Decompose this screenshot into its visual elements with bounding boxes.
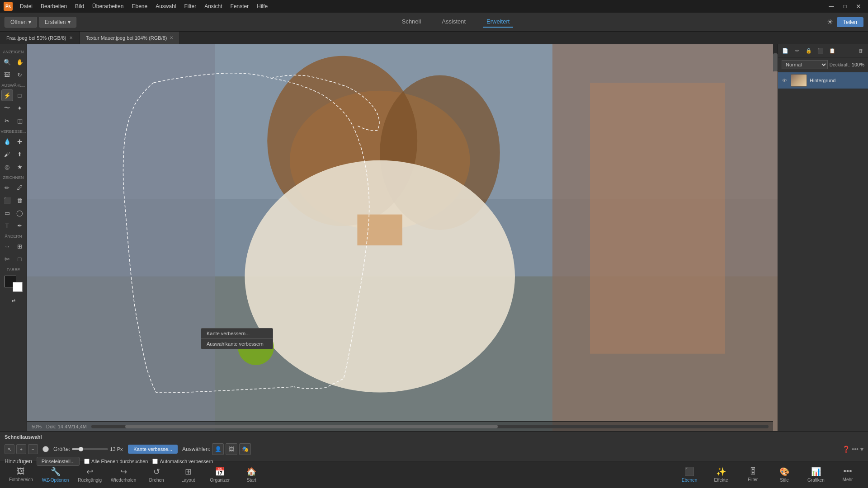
panel-icon4[interactable]: ⬛: [816, 46, 825, 55]
menu-filter[interactable]: Filter: [181, 2, 200, 10]
tool-healing[interactable]: ✚: [14, 136, 26, 147]
tool-blur[interactable]: ◎: [1, 161, 13, 173]
tool-stamp[interactable]: ⬆: [14, 148, 26, 160]
layer-item-hintergrund[interactable]: 👁 Hintergrund: [778, 72, 868, 89]
menu-bearbeiten[interactable]: Bearbeiten: [37, 2, 71, 10]
tab-frau-close-icon[interactable]: ✕: [69, 35, 73, 40]
nav-drehen[interactable]: ↺ Drehen: [145, 467, 168, 483]
tool-gradient[interactable]: ▭: [1, 207, 13, 219]
tool-path[interactable]: ✒: [14, 220, 26, 231]
tool-text[interactable]: T: [1, 220, 13, 231]
nav-ebenen[interactable]: ⬛ Ebenen: [678, 467, 701, 483]
automatisch-checkbox[interactable]: [152, 459, 158, 464]
nav-start[interactable]: 🏠 Start: [240, 467, 263, 483]
layer-mode-select[interactable]: Normal: [782, 60, 828, 69]
menu-auswahl[interactable]: Auswahl: [152, 2, 179, 10]
menu-datei[interactable]: Datei: [16, 2, 36, 10]
tool-mode-subtract[interactable]: −: [28, 444, 38, 454]
nav-grafiken[interactable]: 📊 Grafiken: [805, 467, 827, 483]
menu-ebene[interactable]: Ebene: [128, 2, 151, 10]
auswahlen-btn-1[interactable]: 👤: [212, 443, 224, 455]
nav-mehr[interactable]: ••• Mehr: [836, 467, 859, 483]
create-new-icon[interactable]: 📄: [781, 46, 790, 55]
start-icon: 🏠: [246, 467, 256, 477]
tool-paint-brush[interactable]: 🖊: [14, 182, 26, 193]
mode-assistent[interactable]: Assistent: [438, 16, 469, 28]
tool-transform[interactable]: ⊞: [14, 240, 26, 252]
pinseleinstell-button[interactable]: Pinseleinstell...: [37, 457, 80, 466]
tool-magic-wand[interactable]: ✦: [14, 102, 26, 114]
nav-organizer[interactable]: 📅 Organizer: [208, 467, 231, 483]
nav-wz-optionen[interactable]: 🔧 WZ-Optionen: [42, 467, 69, 483]
tool-hand[interactable]: ✋: [14, 56, 26, 68]
nav-wiederholen[interactable]: ↪ Wiederholen: [111, 467, 136, 483]
nav-fotobereich[interactable]: 🖼 Fotobereich: [9, 467, 33, 483]
tool-lasso[interactable]: 〜: [1, 102, 13, 114]
size-slider-thumb[interactable]: [79, 447, 83, 451]
auswahlen-btn-2[interactable]: 🖼: [226, 443, 237, 455]
auswahlen-btn-3[interactable]: 🎭: [239, 443, 251, 455]
tab-textur[interactable]: Textur Mauer.jpeg bei 104% (RGB/8) ✕: [80, 32, 180, 44]
canvas-area[interactable]: 50% Dok: 14,4M/14,4M: [27, 44, 778, 431]
tool-rect-select[interactable]: □: [14, 89, 26, 101]
nav-filter[interactable]: 🎛 Filter: [741, 467, 764, 483]
tool-eyedropper[interactable]: 💧: [1, 136, 13, 147]
more-icon[interactable]: •••: [852, 446, 859, 453]
tab-textur-close-icon[interactable]: ✕: [170, 35, 173, 40]
open-button[interactable]: Öffnen ▾: [5, 17, 37, 28]
tool-mode-select[interactable]: ↖: [5, 444, 14, 454]
nav-rueckgaengig[interactable]: ↩ Rückgängig: [78, 467, 102, 483]
tool-dodge[interactable]: ★: [14, 161, 26, 173]
nav-stile[interactable]: 🎨 Stile: [773, 467, 796, 483]
window-restore-btn[interactable]: □: [839, 0, 851, 12]
tool-shape[interactable]: ◯: [14, 207, 26, 219]
mode-schnell[interactable]: Schnell: [398, 16, 425, 28]
tool-brush[interactable]: 🖌: [1, 148, 13, 160]
panel-icon3[interactable]: 🔒: [804, 46, 813, 55]
automatisch-option[interactable]: Automatisch verbessern: [152, 459, 213, 464]
tool-quickselect[interactable]: ⚡: [1, 89, 13, 101]
scrollbar-vertical[interactable]: [773, 44, 778, 71]
tab-frau[interactable]: Frau.jpeg bei 50% (RGB/8) ✕: [0, 32, 80, 44]
alle-ebenen-option[interactable]: Alle Ebenen durchsuchen: [84, 459, 148, 464]
menu-bild[interactable]: Bild: [71, 2, 88, 10]
dropdown-item-kante[interactable]: Kante verbessern...: [201, 328, 273, 338]
tool-pen[interactable]: ✏: [1, 182, 13, 193]
panel-icon2[interactable]: ✏: [793, 46, 802, 55]
panel-trash-icon[interactable]: 🗑: [856, 46, 865, 55]
tool-zoom[interactable]: 🔍: [1, 56, 13, 68]
tool-frame[interactable]: 🖼: [1, 69, 13, 80]
window-close-btn[interactable]: ✕: [853, 0, 864, 12]
dropdown-item-auswahlkante[interactable]: Auswahlkante verbessern: [201, 339, 273, 349]
panel-icon5[interactable]: 📋: [828, 46, 837, 55]
alle-ebenen-checkbox[interactable]: [84, 459, 90, 464]
tool-eraser[interactable]: ⬛: [1, 194, 13, 206]
background-color[interactable]: [13, 282, 23, 292]
tool-bucket[interactable]: 🗑: [14, 194, 26, 206]
menu-ueberarbeiten[interactable]: Überarbeiten: [89, 2, 127, 10]
share-button[interactable]: Teilen: [837, 17, 863, 27]
collapse-icon[interactable]: ▾: [860, 446, 863, 453]
scrollbar-horizontal[interactable]: [91, 425, 769, 428]
swap-colors-icon[interactable]: ⇄: [8, 295, 19, 306]
tool-slice[interactable]: ◫: [14, 115, 26, 127]
help-icon[interactable]: ❓: [842, 446, 850, 453]
kante-verbessern-button[interactable]: Kante verbesse...: [128, 445, 178, 454]
mode-erweitert[interactable]: Erweitert: [483, 16, 513, 28]
tool-rotate-view[interactable]: ↻: [14, 69, 26, 80]
nav-effekte[interactable]: ✨ Effekte: [710, 467, 732, 483]
tool-mode-add[interactable]: +: [16, 444, 26, 454]
nav-layout[interactable]: ⊞ Layout: [177, 467, 199, 483]
create-button[interactable]: Erstellen ▾: [39, 17, 76, 28]
tool-move[interactable]: ↔: [1, 240, 13, 252]
tool-redeye[interactable]: ✄: [1, 253, 13, 265]
menu-hilfe[interactable]: Hilfe: [253, 2, 271, 10]
layer-visibility-eye[interactable]: 👁: [781, 77, 788, 84]
menu-fenster[interactable]: Fenster: [227, 2, 253, 10]
window-minimize-btn[interactable]: ─: [826, 0, 837, 12]
tool-smart[interactable]: □: [14, 253, 26, 265]
auswahl-label: AUSWÄHL...: [0, 81, 27, 89]
tool-crop[interactable]: ✂: [1, 115, 13, 127]
size-slider-track[interactable]: [72, 448, 108, 450]
menu-ansicht[interactable]: Ansicht: [201, 2, 226, 10]
